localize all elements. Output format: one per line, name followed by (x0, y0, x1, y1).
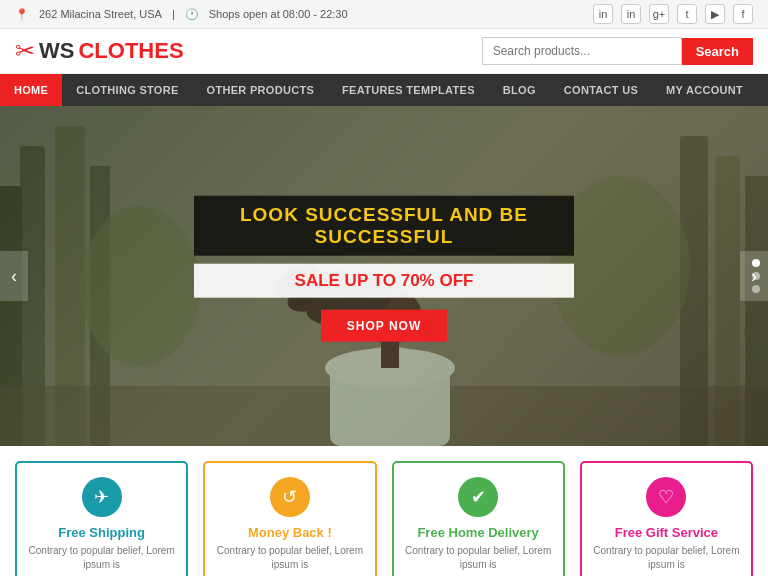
top-bar: 📍 262 Milacina Street, USA | 🕐 Shops ope… (0, 0, 768, 29)
top-bar-info: 📍 262 Milacina Street, USA | 🕐 Shops ope… (15, 8, 348, 21)
hero-dot-1[interactable] (752, 259, 760, 267)
shop-now-button[interactable]: SHOP NOW (321, 310, 447, 342)
delivery-desc: Contrary to popular belief, Lorem ipsum … (404, 544, 553, 572)
money-back-icon: ↺ (270, 477, 310, 517)
search-bar: Search (482, 37, 753, 65)
search-input[interactable] (482, 37, 682, 65)
main-nav: HOME CLOTHING STORE OTHER PRODUCTS FEATU… (0, 74, 768, 106)
googleplus-icon[interactable]: g+ (649, 4, 669, 24)
facebook-icon[interactable]: f (733, 4, 753, 24)
shipping-title: Free Shipping (27, 525, 176, 540)
delivery-title: Free Home Delivery (404, 525, 553, 540)
features-section: ✈ Free Shipping Contrary to popular beli… (0, 446, 768, 576)
feature-card-delivery: ✔ Free Home Delivery Contrary to popular… (392, 461, 565, 576)
hero-subline: SALE UP TO 70% OFF (194, 264, 574, 298)
hero-dot-2[interactable] (752, 272, 760, 280)
hero-prev-button[interactable]: ‹ (0, 251, 28, 301)
feature-card-money: ↺ Money Back ! Contrary to popular belie… (203, 461, 376, 576)
money-back-title: Money Back ! (215, 525, 364, 540)
nav-item-blog[interactable]: BLOG (489, 74, 550, 106)
hours-text: Shops open at 08:00 - 22:30 (209, 8, 348, 20)
youtube-icon[interactable]: ▶ (705, 4, 725, 24)
hero-text-container: LOOK SUCCESSFUL AND BE SUCCESSFUL SALE U… (194, 196, 574, 342)
logo: ✂ WS CLOTHES (15, 37, 184, 65)
linkedin-icon[interactable]: in (621, 4, 641, 24)
shipping-desc: Contrary to popular belief, Lorem ipsum … (27, 544, 176, 572)
logo-ws: WS (39, 38, 74, 64)
hero-dots (752, 259, 760, 293)
instagram-icon[interactable]: in (593, 4, 613, 24)
nav-item-contact[interactable]: CONTACT US (550, 74, 652, 106)
nav-item-home[interactable]: HOME (0, 74, 62, 106)
address-text: 262 Milacina Street, USA (39, 8, 162, 20)
gift-desc: Contrary to popular belief, Lorem ipsum … (592, 544, 741, 572)
twitter-icon[interactable]: t (677, 4, 697, 24)
hero-section: LOOK SUCCESSFUL AND BE SUCCESSFUL SALE U… (0, 106, 768, 446)
shipping-icon: ✈ (82, 477, 122, 517)
svg-point-8 (80, 206, 200, 366)
nav-item-features[interactable]: FEATURES TEMPLATES (328, 74, 489, 106)
nav-item-clothing[interactable]: CLOTHING STORE (62, 74, 192, 106)
feature-card-gift: ♡ Free Gift Service Contrary to popular … (580, 461, 753, 576)
logo-icon: ✂ (15, 37, 35, 65)
pin-icon: 📍 (15, 8, 29, 21)
clock-icon: 🕐 (185, 8, 199, 21)
feature-card-shipping: ✈ Free Shipping Contrary to popular beli… (15, 461, 188, 576)
divider: | (172, 8, 175, 20)
money-back-desc: Contrary to popular belief, Lorem ipsum … (215, 544, 364, 572)
nav-item-account[interactable]: MY ACCOUNT (652, 74, 757, 106)
hero-headline: LOOK SUCCESSFUL AND BE SUCCESSFUL (194, 196, 574, 256)
logo-clothes: CLOTHES (78, 38, 183, 64)
search-button[interactable]: Search (682, 38, 753, 65)
nav-item-other[interactable]: OTHER PRODUCTS (193, 74, 328, 106)
site-header: ✂ WS CLOTHES Search (0, 29, 768, 74)
hero-dot-3[interactable] (752, 285, 760, 293)
delivery-icon: ✔ (458, 477, 498, 517)
gift-title: Free Gift Service (592, 525, 741, 540)
gift-icon: ♡ (646, 477, 686, 517)
social-links: in in g+ t ▶ f (593, 4, 753, 24)
